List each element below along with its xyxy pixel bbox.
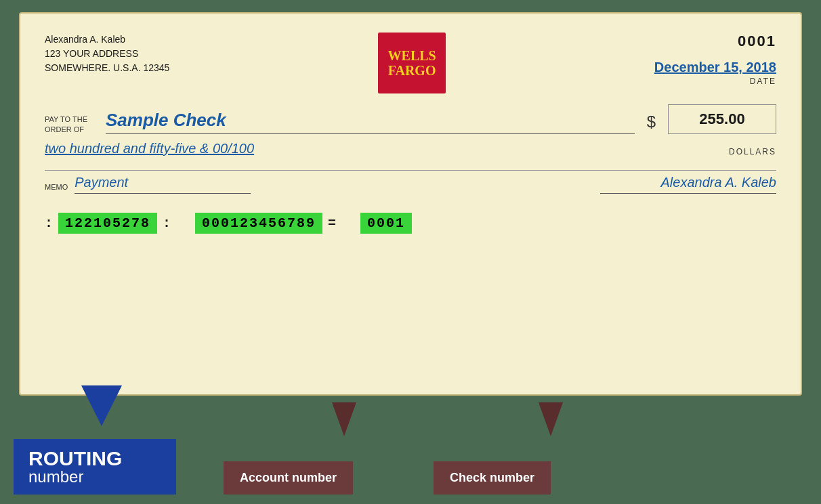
- date-label: DATE: [654, 77, 776, 86]
- account-label-box: Account number: [224, 461, 353, 495]
- routing-label-box: ROUTING number: [14, 439, 176, 495]
- memo-value: Payment: [75, 175, 128, 190]
- account-arrow-icon: [332, 402, 356, 436]
- account-arrow-shape: [332, 402, 356, 436]
- background: Alexandra A. Kaleb 123 YOUR ADDRESS SOME…: [0, 0, 821, 504]
- owner-name: Alexandra A. Kaleb: [45, 33, 169, 47]
- check-label-box: Check number: [434, 461, 551, 495]
- routing-arrow-icon: [81, 385, 122, 426]
- line-divider: [45, 170, 776, 171]
- micr-separator: =: [328, 215, 336, 231]
- dollars-label: DOLLARS: [729, 147, 776, 156]
- check-top-row: Alexandra A. Kaleb 123 YOUR ADDRESS SOME…: [45, 33, 776, 93]
- routing-subtitle: number: [28, 469, 161, 485]
- signature-text: Alexandra A. Kaleb: [661, 175, 776, 190]
- account-number-highlight: 000123456789: [195, 213, 322, 234]
- memo-label: MEMO: [45, 183, 68, 194]
- payee-name: Sample Check: [106, 110, 226, 130]
- micr-symbol-right: :: [163, 215, 171, 231]
- wells-fargo-logo: WELLS FARGO: [378, 33, 446, 93]
- check-address: Alexandra A. Kaleb 123 YOUR ADDRESS SOME…: [45, 33, 169, 75]
- signature-line: Alexandra A. Kaleb: [600, 175, 776, 194]
- bank-name-line2: FARGO: [388, 63, 436, 78]
- check-number-highlight: 0001: [360, 213, 412, 234]
- check-body: Alexandra A. Kaleb 123 YOUR ADDRESS SOME…: [19, 12, 802, 396]
- owner-address1: 123 YOUR ADDRESS: [45, 47, 169, 61]
- routing-number-highlight: 122105278: [58, 213, 157, 234]
- amount-written-text: two hundred and fifty-five & 00/100: [45, 141, 722, 156]
- amount-box: 255.00: [668, 104, 776, 134]
- check-arrow-icon: [539, 402, 563, 436]
- memo-left: MEMO Payment: [45, 175, 593, 194]
- check-number: 0001: [654, 33, 776, 50]
- micr-symbol-left: :: [45, 215, 53, 231]
- pay-to-label: PAY TO THEORDER OF: [45, 114, 99, 134]
- check-arrow-shape: [539, 402, 563, 436]
- memo-row: MEMO Payment Alexandra A. Kaleb: [45, 175, 776, 194]
- payee-line: Sample Check: [106, 110, 635, 134]
- account-label-text: Account number: [240, 471, 337, 484]
- micr-row: : 122105278 : 000123456789 = 0001: [45, 213, 776, 234]
- check-date-value: December 15, 2018: [654, 60, 776, 75]
- memo-line: Payment: [75, 175, 251, 194]
- pay-to-row: PAY TO THEORDER OF Sample Check $ 255.00: [45, 104, 776, 134]
- owner-address2: SOMEWHERE. U.S.A. 12345: [45, 61, 169, 75]
- bank-name-line1: WELLS: [388, 48, 436, 63]
- dollar-sign: $: [641, 112, 661, 134]
- check-number-date-block: 0001 December 15, 2018 DATE: [654, 33, 776, 86]
- routing-title: ROUTING: [28, 448, 161, 469]
- bank-logo: WELLS FARGO: [378, 33, 446, 93]
- amount-written-row: two hundred and fifty-five & 00/100 DOLL…: [45, 141, 776, 156]
- check-label-text: Check number: [450, 471, 534, 484]
